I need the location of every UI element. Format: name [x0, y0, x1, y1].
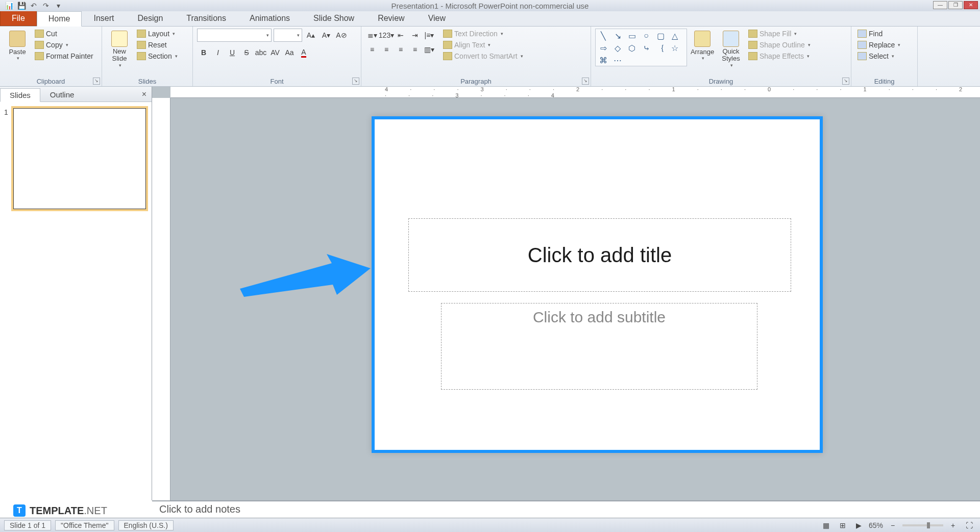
tab-slideshow[interactable]: Slide Show	[302, 11, 366, 26]
shape-callout-icon[interactable]: ⌘	[597, 55, 610, 66]
bullets-button[interactable]: ≣▾	[365, 29, 379, 42]
strike-button[interactable]: S	[240, 46, 253, 59]
increase-indent-button[interactable]: ⇥	[408, 29, 422, 42]
shape-diamond-icon[interactable]: ◇	[611, 42, 624, 54]
shape-outline-button[interactable]: Shape Outline▾	[746, 40, 813, 50]
shape-star-icon[interactable]: ☆	[668, 42, 681, 54]
font-color-button[interactable]: A	[297, 46, 310, 59]
shape-more-icon[interactable]: ⋯	[611, 55, 624, 66]
paste-button[interactable]: Paste ▾	[4, 29, 31, 61]
zoom-level[interactable]: 65%	[869, 521, 883, 529]
italic-button[interactable]: I	[211, 46, 225, 59]
tab-animations[interactable]: Animations	[238, 11, 302, 26]
font-name-combo[interactable]: ▾	[197, 29, 272, 42]
title-placeholder[interactable]: Click to add title	[408, 218, 791, 292]
shape-line-icon[interactable]: ╲	[597, 30, 610, 41]
clipboard-dialog-launcher[interactable]: ↘	[93, 78, 100, 85]
tab-review[interactable]: Review	[366, 11, 416, 26]
view-normal-icon[interactable]: ▦	[820, 519, 833, 532]
subtitle-placeholder[interactable]: Click to add subtitle	[441, 303, 757, 390]
arrange-button[interactable]: Arrange▾	[689, 29, 716, 61]
notes-pane[interactable]: Click to add notes	[152, 500, 980, 518]
shape-triangle-icon[interactable]: △	[668, 30, 681, 41]
tab-design[interactable]: Design	[126, 11, 175, 26]
slide-canvas-area[interactable]: Click to add title Click to add subtitle	[170, 98, 980, 500]
tab-transitions[interactable]: Transitions	[175, 11, 238, 26]
status-slide-number[interactable]: Slide 1 of 1	[4, 520, 51, 530]
close-button[interactable]: ✕	[964, 1, 978, 9]
replace-button[interactable]: Replace▾	[855, 40, 913, 50]
align-center-button[interactable]: ≡	[380, 43, 393, 56]
status-theme[interactable]: "Office Theme"	[55, 520, 114, 530]
shadow-button[interactable]: abc	[254, 46, 267, 59]
font-dialog-launcher[interactable]: ↘	[352, 78, 359, 85]
qat-dropdown-icon[interactable]: ▾	[53, 1, 63, 10]
slide-canvas[interactable]: Click to add title Click to add subtitle	[372, 116, 823, 453]
cut-button[interactable]: Cut	[33, 29, 95, 39]
minimize-button[interactable]: —	[933, 1, 947, 9]
font-size-combo[interactable]: ▾	[274, 29, 302, 42]
redo-icon[interactable]: ↷	[41, 1, 51, 10]
thumb-slide-preview[interactable]	[13, 108, 146, 209]
thumb-close-icon[interactable]: ×	[142, 90, 146, 99]
arrange-label: Arrange	[691, 48, 714, 56]
view-slideshow-icon[interactable]: ▶	[852, 519, 866, 532]
align-text-button[interactable]: Align Text▾	[441, 40, 525, 50]
find-button[interactable]: Find	[855, 29, 913, 39]
justify-button[interactable]: ≡	[408, 43, 422, 56]
shape-oval-icon[interactable]: ○	[640, 30, 653, 41]
shape-roundrect-icon[interactable]: ▢	[654, 30, 667, 41]
zoom-out-button[interactable]: −	[886, 519, 899, 532]
maximize-button[interactable]: ❐	[948, 1, 963, 9]
quick-styles-button[interactable]: Quick Styles▾	[718, 29, 744, 68]
paragraph-dialog-launcher[interactable]: ↘	[582, 78, 589, 85]
zoom-slider[interactable]	[902, 524, 943, 526]
shape-connector-icon[interactable]: ⤷	[640, 42, 653, 54]
layout-button[interactable]: Layout▾	[135, 29, 180, 39]
section-button[interactable]: Section▾	[135, 51, 180, 61]
thumb-tab-slides[interactable]: Slides	[0, 88, 40, 102]
tab-home[interactable]: Home	[37, 11, 82, 27]
save-icon[interactable]: 💾	[16, 1, 27, 10]
shape-rect-icon[interactable]: ▭	[625, 30, 639, 41]
copy-button[interactable]: Copy▾	[33, 40, 95, 50]
text-direction-button[interactable]: Text Direction▾	[441, 29, 525, 39]
underline-button[interactable]: U	[226, 46, 239, 59]
shape-brace-icon[interactable]: ｛	[654, 42, 667, 54]
change-case-button[interactable]: Aa	[283, 46, 296, 59]
view-sorter-icon[interactable]: ⊞	[836, 519, 849, 532]
thumb-tab-outline[interactable]: Outline	[40, 88, 84, 102]
char-spacing-button[interactable]: AV	[268, 46, 282, 59]
align-right-button[interactable]: ≡	[394, 43, 407, 56]
line-spacing-button[interactable]: |≡▾	[423, 29, 436, 42]
shape-effects-button[interactable]: Shape Effects▾	[746, 51, 813, 61]
numbering-button[interactable]: 123▾	[380, 29, 393, 42]
select-button[interactable]: Select▾	[855, 51, 913, 61]
clear-format-button[interactable]: A⊘	[335, 29, 348, 42]
shape-arrow-icon[interactable]: ↘	[611, 30, 624, 41]
convert-smartart-button[interactable]: Convert to SmartArt▾	[441, 51, 525, 61]
align-left-button[interactable]: ≡	[365, 43, 379, 56]
undo-icon[interactable]: ↶	[29, 1, 39, 10]
grow-font-button[interactable]: A▴	[304, 29, 317, 42]
bold-button[interactable]: B	[197, 46, 210, 59]
status-language[interactable]: English (U.S.)	[118, 520, 174, 530]
zoom-fit-button[interactable]: ⛶	[963, 519, 976, 532]
drawing-dialog-launcher[interactable]: ↘	[842, 78, 849, 85]
new-slide-button[interactable]: New Slide ▾	[106, 29, 133, 68]
tab-insert[interactable]: Insert	[82, 11, 126, 26]
tab-file[interactable]: File	[0, 11, 37, 26]
thumb-list[interactable]: 1	[0, 102, 152, 500]
format-painter-button[interactable]: Format Painter	[33, 51, 95, 61]
shape-fill-button[interactable]: Shape Fill▾	[746, 29, 813, 39]
zoom-in-button[interactable]: +	[946, 519, 960, 532]
reset-button[interactable]: Reset	[135, 40, 180, 50]
thumb-item[interactable]: 1	[4, 108, 148, 209]
tab-view[interactable]: View	[416, 11, 457, 26]
shrink-font-button[interactable]: A▾	[320, 29, 333, 42]
shapes-gallery[interactable]: ╲ ↘ ▭ ○ ▢ △ ⇨ ◇ ⬡ ⤷ ｛ ☆ ⌘ ⋯	[595, 29, 687, 66]
shape-hex-icon[interactable]: ⬡	[625, 42, 639, 54]
shape-rarrow-icon[interactable]: ⇨	[597, 42, 610, 54]
columns-button[interactable]: ▥▾	[423, 43, 436, 56]
decrease-indent-button[interactable]: ⇤	[394, 29, 407, 42]
